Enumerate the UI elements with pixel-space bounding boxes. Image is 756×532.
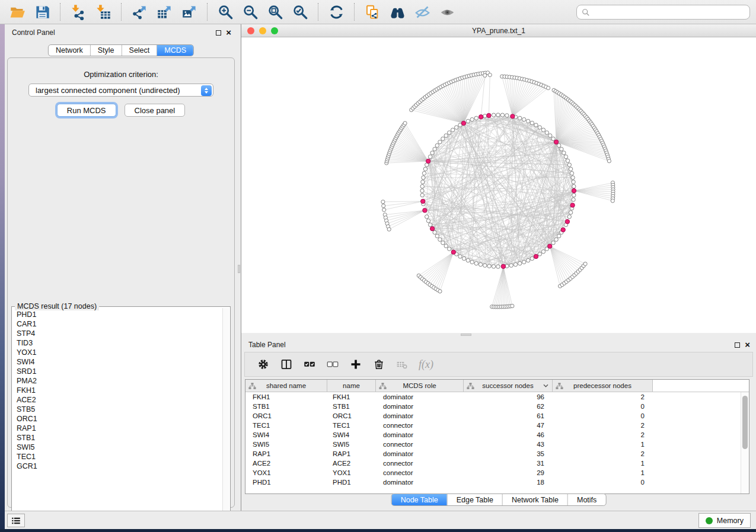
- scrollbar-thumb[interactable]: [742, 396, 748, 449]
- column-header-shared-name[interactable]: shared name: [245, 380, 327, 392]
- table-settings-button[interactable]: [257, 358, 270, 371]
- save-session-button[interactable]: [33, 2, 52, 21]
- hide-selected-button[interactable]: [413, 2, 432, 21]
- close-panel-icon[interactable]: ×: [745, 341, 750, 348]
- splitter-grip[interactable]: [238, 265, 240, 273]
- mcds-result-item[interactable]: STP4: [12, 329, 222, 338]
- mcds-result-item[interactable]: TEC1: [12, 452, 222, 462]
- import-table-button[interactable]: [94, 2, 113, 21]
- export-table-button[interactable]: [155, 2, 174, 21]
- close-panel-button[interactable]: Close panel: [125, 104, 186, 117]
- mcds-result-item[interactable]: RAP1: [12, 424, 222, 433]
- tab-style[interactable]: Style: [91, 45, 122, 56]
- criterion-select[interactable]: largest connected component (undirected): [28, 84, 213, 97]
- mcds-result-item[interactable]: PHD1: [12, 310, 222, 319]
- column-header-mcds-role[interactable]: MCDS role: [376, 380, 464, 392]
- import-network-button[interactable]: [69, 2, 88, 21]
- mcds-result-item[interactable]: YOX1: [12, 348, 222, 357]
- table-cell: FKH1: [245, 393, 327, 400]
- tab-node-table[interactable]: Node Table: [392, 494, 448, 505]
- memory-button[interactable]: Memory: [698, 513, 751, 528]
- tab-network-table[interactable]: Network Table: [503, 494, 568, 505]
- vertical-splitter[interactable]: [237, 24, 241, 511]
- table-row[interactable]: ORC1ORC1dominator610: [245, 411, 741, 421]
- tab-select[interactable]: Select: [122, 45, 158, 56]
- tab-edge-table[interactable]: Edge Table: [448, 494, 503, 505]
- network-canvas[interactable]: [241, 38, 756, 333]
- table-cell: 62: [464, 403, 553, 410]
- delete-entry-button[interactable]: [372, 358, 385, 371]
- network-graph[interactable]: [241, 38, 756, 333]
- mcds-result-item[interactable]: SWI4: [12, 357, 222, 367]
- float-panel-icon[interactable]: [216, 30, 221, 36]
- table-cell: PHD1: [327, 479, 376, 486]
- task-history-button[interactable]: [7, 514, 25, 527]
- select-all-button[interactable]: [303, 358, 316, 371]
- table-cell: YOX1: [327, 469, 376, 476]
- table-scrollbar[interactable]: [741, 392, 749, 493]
- column-header-name[interactable]: name: [327, 380, 376, 392]
- tab-mcds[interactable]: MCDS: [157, 45, 193, 56]
- table-row[interactable]: SWI4SWI4dominator462: [245, 430, 741, 440]
- mcds-result-item[interactable]: GCR1: [12, 462, 222, 471]
- network-search-field[interactable]: [576, 5, 750, 20]
- delete-table-button: [395, 358, 409, 371]
- mcds-result-list[interactable]: PHD1CAR1STP4TID3YOX1SWI4SRD1PMA2FKH1ACE2…: [12, 310, 222, 523]
- zoom-out-button[interactable]: [241, 2, 260, 21]
- show-all-button[interactable]: [438, 2, 457, 21]
- tab-motifs[interactable]: Motifs: [568, 494, 605, 505]
- table-row[interactable]: PHD1PHD1dominator180: [245, 477, 741, 487]
- dropdown-stepper-icon: [201, 85, 212, 96]
- column-header-successor-nodes[interactable]: successor nodes: [464, 380, 553, 392]
- column-header-predecessor-nodes[interactable]: predecessor nodes: [553, 380, 653, 392]
- zoom-fit-button[interactable]: [266, 2, 285, 21]
- splitter-grip[interactable]: [461, 334, 471, 336]
- mcds-result-item[interactable]: STB1: [12, 433, 222, 443]
- refresh-view-button[interactable]: [327, 2, 346, 21]
- float-panel-icon[interactable]: [735, 342, 740, 348]
- table-row[interactable]: TEC1TEC1connector472: [245, 421, 741, 430]
- mcds-result-item[interactable]: SWI5: [12, 443, 222, 452]
- export-network-button[interactable]: [130, 2, 149, 21]
- add-entry-button[interactable]: [349, 358, 362, 371]
- mcds-result-item[interactable]: TID3: [12, 338, 222, 348]
- table-cell: connector: [376, 422, 464, 429]
- show-columns-button[interactable]: [280, 358, 293, 371]
- deselect-all-button[interactable]: [326, 358, 339, 371]
- table-row[interactable]: SWI5SWI5connector431: [245, 440, 741, 449]
- mcds-result-item[interactable]: PMA2: [12, 376, 222, 386]
- mcds-result-item[interactable]: ORC1: [12, 414, 222, 424]
- table-row[interactable]: RAP1RAP1dominator352: [245, 449, 741, 459]
- table-cell: dominator: [376, 403, 464, 410]
- search-input[interactable]: [590, 7, 749, 18]
- search-icon: [582, 8, 590, 17]
- table-row[interactable]: YOX1YOX1connector291: [245, 468, 741, 477]
- table-row[interactable]: FKH1FKH1dominator962: [245, 392, 741, 402]
- mcds-result-item[interactable]: CAR1: [12, 319, 222, 329]
- close-panel-icon[interactable]: ×: [226, 29, 231, 36]
- table-row[interactable]: ACE2ACE2connector311: [245, 459, 741, 468]
- clone-network-button[interactable]: [363, 2, 382, 21]
- zoom-selected-button[interactable]: [291, 2, 310, 21]
- run-mcds-button[interactable]: Run MCDS: [57, 104, 116, 117]
- table-toolbar: f(x): [244, 352, 753, 377]
- mcds-result-item[interactable]: ACE2: [12, 395, 222, 405]
- export-image-button[interactable]: [180, 2, 199, 21]
- close-window-icon[interactable]: [247, 27, 254, 34]
- mcds-result-item[interactable]: STB5: [12, 405, 222, 414]
- maximize-window-icon[interactable]: [271, 27, 278, 34]
- table-cell: connector: [376, 469, 464, 476]
- search-network-button[interactable]: [388, 2, 407, 21]
- org-chart-icon: [379, 382, 387, 390]
- mcds-result-item[interactable]: FKH1: [12, 386, 222, 395]
- minimize-window-icon[interactable]: [259, 27, 266, 34]
- show-eye-icon: [439, 4, 455, 20]
- zoom-in-button[interactable]: [216, 2, 235, 21]
- tab-network[interactable]: Network: [49, 45, 91, 56]
- table-row[interactable]: STB1STB1dominator620: [245, 402, 741, 411]
- mcds-result-item[interactable]: SRD1: [12, 367, 222, 376]
- select-all-icon: [304, 358, 315, 370]
- result-list-scrollbar[interactable]: [222, 308, 229, 523]
- table-cell: 2: [553, 393, 653, 400]
- open-session-button[interactable]: [8, 2, 27, 21]
